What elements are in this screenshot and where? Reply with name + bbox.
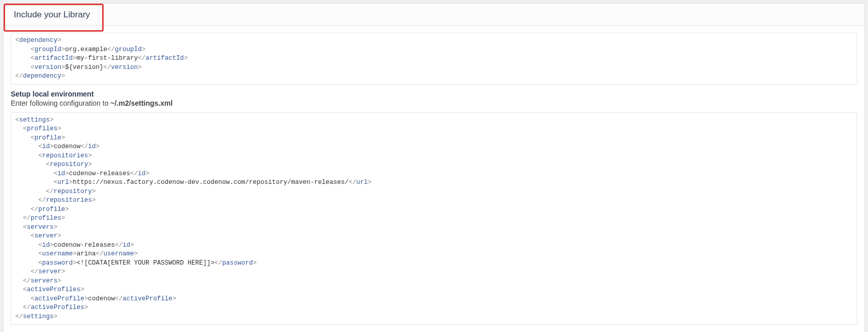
repository-id: codenow-releases [69, 170, 130, 177]
library-panel: Include your Library <dependency> <group… [3, 3, 865, 332]
dependency-groupid: org.example [65, 46, 108, 53]
panel-header: Include your Library [4, 4, 864, 26]
dependency-code-block[interactable]: <dependency> <groupId>org.example</group… [11, 33, 857, 85]
server-username: arina [77, 250, 96, 257]
setup-instruction-text: Enter following configuration to [11, 99, 110, 107]
setup-instruction-path: ~/.m2/settings.xml [110, 99, 173, 107]
profile-id: codenow [54, 143, 81, 150]
settings-code-block[interactable]: <settings> <profiles> <profile> <id>code… [11, 112, 857, 325]
dependency-version: ${version} [65, 64, 104, 71]
server-id: codenow-releases [54, 242, 115, 249]
active-profile: codenow [88, 295, 115, 302]
panel-title: Include your Library [14, 10, 90, 19]
panel-content: <dependency> <groupId>org.example</group… [4, 26, 864, 332]
dependency-artifactid: my-first-library [77, 55, 138, 62]
setup-heading: Setup local environment [11, 90, 857, 98]
setup-instruction: Enter following configuration to ~/.m2/s… [11, 99, 857, 107]
repository-url: https://nexus.factory.codenow-dev.codeno… [73, 179, 349, 186]
server-password: <![CDATA[ENTER YOUR PASSWORD HERE]]> [77, 259, 214, 267]
